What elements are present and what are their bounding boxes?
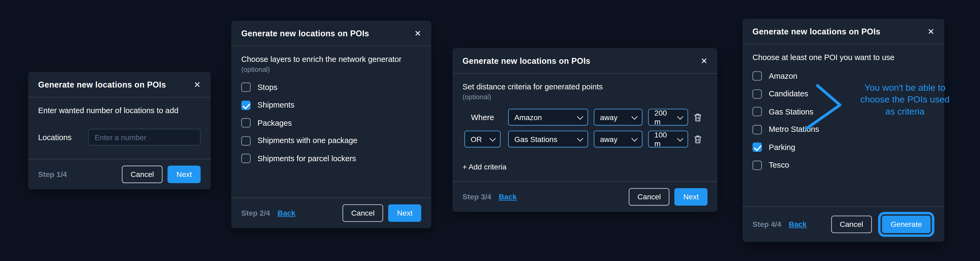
checkbox-row-shipments[interactable]: Shipments xyxy=(241,100,421,110)
annotation-line: You won't be able to xyxy=(845,82,965,94)
annotation-line: as criteria xyxy=(845,105,965,117)
checkbox-label: Tesco xyxy=(768,161,789,169)
dialog-header: Generate new locations on POIs ✕ xyxy=(231,21,431,46)
delete-criteria-icon[interactable] xyxy=(694,135,702,143)
delete-criteria-icon[interactable] xyxy=(694,113,702,122)
locations-input[interactable] xyxy=(88,129,201,145)
relation-select[interactable]: away xyxy=(594,130,643,147)
poi-select[interactable]: Amazon xyxy=(508,108,588,126)
checkbox[interactable] xyxy=(752,107,762,116)
dialog-footer: Step 4/4 Back Cancel Generate xyxy=(743,206,944,242)
checkbox-label: Parking xyxy=(768,143,795,151)
criteria-prefix: OR xyxy=(463,130,503,147)
checkbox[interactable] xyxy=(241,118,251,127)
dialog-footer: Step 3/4 Back Cancel Next xyxy=(452,181,718,212)
dialog-footer: Step 2/4 Back Cancel Next xyxy=(231,197,431,228)
checkbox[interactable] xyxy=(752,143,762,152)
dialog-header: Generate new locations on POIs ✕ xyxy=(743,19,944,44)
generate-annotation-ring: Generate xyxy=(878,212,934,237)
dialog-title: Generate new locations on POIs xyxy=(463,56,590,65)
annotation-arrow-icon xyxy=(799,80,849,137)
locations-field-row: Locations xyxy=(38,129,201,145)
close-icon[interactable]: ✕ xyxy=(414,29,422,37)
checkbox-label: Shipments with one package xyxy=(258,136,357,145)
cancel-button[interactable]: Cancel xyxy=(342,204,383,222)
cancel-button[interactable]: Cancel xyxy=(122,166,163,183)
checkbox[interactable] xyxy=(752,125,762,134)
checkbox[interactable] xyxy=(752,89,762,99)
annotation-line: choose the POIs used xyxy=(845,94,965,105)
criteria-row-2: OR Gas Stations away 100 m xyxy=(463,130,708,147)
criteria-section: Where Amazon away 200 m OR Gas Sta xyxy=(463,108,708,147)
dialog-header: Generate new locations on POIs ✕ xyxy=(452,48,718,74)
dialog-step3: Generate new locations on POIs ✕ Set dis… xyxy=(452,48,718,212)
checkbox-row-amazon[interactable]: Amazon xyxy=(752,71,934,81)
checkbox-row-shipments-one-package[interactable]: Shipments with one package xyxy=(241,136,421,145)
body-heading: Choose layers to enrich the network gene… xyxy=(241,55,421,64)
dialog-step2: Generate new locations on POIs ✕ Choose … xyxy=(231,21,431,228)
close-icon[interactable]: ✕ xyxy=(194,80,201,88)
dialog-title: Generate new locations on POIs xyxy=(241,29,369,38)
next-button[interactable]: Next xyxy=(675,188,708,206)
step-indicator: Step 4/4 xyxy=(752,220,781,229)
step-group: Step 2/4 Back xyxy=(241,209,296,218)
close-icon[interactable]: ✕ xyxy=(928,27,934,35)
distance-select[interactable]: 100 m xyxy=(648,130,688,147)
back-link[interactable]: Back xyxy=(789,220,807,229)
back-link[interactable]: Back xyxy=(278,209,296,218)
distance-select[interactable]: 200 m xyxy=(648,108,688,126)
body-heading: Enter wanted number of locations to add xyxy=(38,106,201,115)
dialog-body: Choose layers to enrich the network gene… xyxy=(231,46,431,197)
step-indicator: Step 2/4 xyxy=(241,209,270,218)
next-button[interactable]: Next xyxy=(168,166,200,183)
body-heading: Set distance criteria for generated poin… xyxy=(463,83,708,91)
cancel-button[interactable]: Cancel xyxy=(831,216,872,233)
criteria-prefix: Where xyxy=(463,113,503,122)
dialog-step1: Generate new locations on POIs ✕ Enter w… xyxy=(28,72,211,189)
criteria-row-1: Where Amazon away 200 m xyxy=(463,108,708,126)
body-heading: Choose at least one POI you want to use xyxy=(752,53,934,62)
checkbox-row-shipments-parcel-lockers[interactable]: Shipments for parcel lockers xyxy=(241,154,421,163)
checkbox[interactable] xyxy=(752,161,762,170)
checkbox[interactable] xyxy=(241,154,251,163)
checkbox-label: Stops xyxy=(258,83,278,92)
checkbox-row-parking[interactable]: Parking xyxy=(752,143,934,152)
where-label: Where xyxy=(471,113,494,122)
checkbox[interactable] xyxy=(752,71,762,81)
poi-select[interactable]: Gas Stations xyxy=(508,130,588,147)
dialog-title: Generate new locations on POIs xyxy=(752,27,880,36)
step-group: Step 4/4 Back xyxy=(752,220,807,229)
checkbox-label: Packages xyxy=(258,118,292,127)
optional-hint: (optional) xyxy=(241,66,421,73)
checkbox[interactable] xyxy=(241,136,251,145)
operator-select[interactable]: OR xyxy=(465,130,501,147)
dialog-body: Set distance criteria for generated poin… xyxy=(452,74,718,181)
checkbox-label: Shipments for parcel lockers xyxy=(258,154,356,163)
checkbox-label: Amazon xyxy=(768,72,797,80)
dialog-title: Generate new locations on POIs xyxy=(38,80,166,89)
dialog-header: Generate new locations on POIs ✕ xyxy=(28,72,211,97)
close-icon[interactable]: ✕ xyxy=(701,57,708,65)
step-indicator: Step 1/4 xyxy=(38,170,67,179)
step-group: Step 3/4 Back xyxy=(463,193,517,201)
layer-options: Stops Shipments Packages Shipments with … xyxy=(241,83,421,163)
checkbox-row-packages[interactable]: Packages xyxy=(241,118,421,127)
annotation-note: You won't be able to choose the POIs use… xyxy=(845,82,965,117)
add-criteria-link[interactable]: + Add criteria xyxy=(463,162,506,171)
generate-button[interactable]: Generate xyxy=(882,216,931,233)
relation-select[interactable]: away xyxy=(594,108,643,126)
checkbox-label: Shipments xyxy=(258,100,294,110)
optional-hint: (optional) xyxy=(463,93,708,100)
cancel-button[interactable]: Cancel xyxy=(629,188,670,206)
checkbox[interactable] xyxy=(241,100,251,110)
checkbox[interactable] xyxy=(241,83,251,92)
dialog-body: Enter wanted number of locations to add … xyxy=(28,97,211,159)
next-button[interactable]: Next xyxy=(388,204,421,222)
locations-label: Locations xyxy=(38,133,72,142)
back-link[interactable]: Back xyxy=(499,193,517,201)
checkbox-row-stops[interactable]: Stops xyxy=(241,83,421,92)
step-group: Step 1/4 xyxy=(38,170,67,179)
checkbox-row-tesco[interactable]: Tesco xyxy=(752,161,934,170)
dialog-footer: Step 1/4 Cancel Next xyxy=(28,159,211,189)
page: Generate new locations on POIs ✕ Enter w… xyxy=(0,0,980,261)
